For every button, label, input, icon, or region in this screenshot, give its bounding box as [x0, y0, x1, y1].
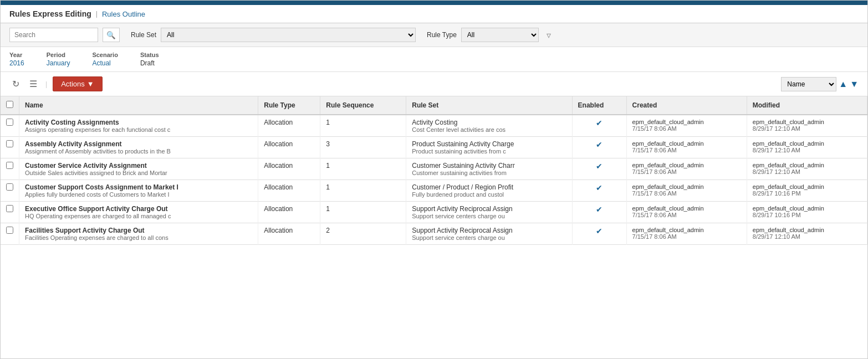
row-created-cell: epm_default_cloud_admin 7/15/17 8:06 AM [626, 223, 747, 245]
row-set-primary: Customer / Product / Region Profit [412, 183, 566, 191]
refresh-button[interactable]: ↻ [9, 77, 22, 91]
row-rule-type: Allocation [258, 202, 320, 223]
row-name[interactable]: Activity Costing Assignments [25, 119, 252, 126]
actions-dropdown-icon: ▼ [87, 80, 94, 88]
row-created-cell: epm_default_cloud_admin 7/15/17 8:06 AM [626, 158, 747, 180]
row-created-secondary: 7/15/17 8:06 AM [632, 147, 741, 153]
enabled-check-icon: ✔ [596, 227, 603, 235]
th-rule-sequence: Rule Sequence [320, 96, 406, 115]
th-enabled: Enabled [572, 96, 626, 115]
page-title: Rules Express Editing [9, 9, 91, 18]
row-modified-primary: epm_default_cloud_admin [753, 205, 861, 212]
row-created-primary: epm_default_cloud_admin [632, 205, 741, 212]
search-button[interactable]: 🔍 [103, 28, 120, 42]
rule-type-select[interactable]: All [461, 28, 539, 42]
row-created-cell: epm_default_cloud_admin 7/15/17 8:06 AM [626, 115, 747, 137]
filter-icon[interactable]: ▿ [547, 30, 551, 40]
row-modified-cell: epm_default_cloud_admin 8/29/17 12:10 AM [747, 115, 867, 137]
sort-area: Name ▲ ▼ [781, 77, 859, 91]
row-set-secondary: Customer sustaining activities from [412, 170, 534, 176]
row-enabled: ✔ [572, 115, 626, 137]
table-row: Customer Service Activity Assignment Out… [1, 158, 867, 180]
columns-button[interactable]: ☰ [27, 77, 40, 91]
search-input[interactable] [9, 28, 98, 42]
row-created-primary: epm_default_cloud_admin [632, 183, 741, 190]
header-bar: Rules Express Editing | Rules Outline [1, 5, 867, 23]
row-created-primary: epm_default_cloud_admin [632, 140, 741, 147]
table-row: Activity Costing Assignments Assigns ope… [1, 115, 867, 137]
period-value[interactable]: January [47, 59, 70, 67]
row-checkbox[interactable] [6, 140, 13, 147]
row-rule-type: Allocation [258, 223, 320, 245]
row-rule-set-cell: Support Activity Reciprocal Assign Suppo… [406, 202, 572, 223]
rule-set-select[interactable]: All [161, 28, 416, 42]
row-name[interactable]: Assembly Activity Assignment [25, 140, 252, 148]
row-name[interactable]: Customer Support Costs Assignment to Mar… [25, 183, 252, 191]
row-enabled: ✔ [572, 137, 626, 158]
row-name[interactable]: Customer Service Activity Assignment [25, 162, 252, 170]
row-modified-secondary: 8/29/17 12:10 AM [753, 168, 861, 175]
row-rule-set-cell: Customer Sustaining Activity Charг Custo… [406, 158, 572, 180]
row-set-primary: Product Sustaining Activity Charge [412, 140, 566, 148]
row-modified-cell: epm_default_cloud_admin 8/29/17 10:16 PM [747, 180, 867, 202]
rules-table: Name Rule Type Rule Sequence Rule Set En… [1, 96, 867, 245]
row-set-secondary: Cost Center level activities are cos [412, 126, 534, 133]
actions-label: Actions [61, 80, 85, 88]
actions-button[interactable]: Actions ▼ [53, 76, 103, 91]
row-modified-cell: epm_default_cloud_admin 8/29/17 12:10 AM [747, 223, 867, 245]
row-rule-set-cell: Activity Costing Cost Center level activ… [406, 115, 572, 137]
th-checkbox [1, 96, 19, 115]
row-desc: Outside Sales activities assigned to Bri… [25, 170, 180, 176]
table-container: Name Rule Type Rule Sequence Rule Set En… [1, 96, 867, 345]
row-name-cell: Assembly Activity Assignment Assignment … [19, 137, 258, 158]
row-created-secondary: 7/15/17 8:06 AM [632, 233, 741, 240]
enabled-check-icon: ✔ [596, 183, 603, 192]
row-modified-secondary: 8/29/17 10:16 PM [753, 212, 861, 218]
row-name[interactable]: Executive Office Support Activity Charge… [25, 205, 252, 213]
th-name: Name [19, 96, 258, 115]
sort-desc-icon[interactable]: ▼ [850, 79, 859, 89]
row-enabled: ✔ [572, 180, 626, 202]
table-row: Facilities Support Activity Charge Out F… [1, 223, 867, 245]
row-desc: Assigns operating expenses for each func… [25, 126, 180, 133]
row-desc: Assignment of Assembly activities to pro… [25, 148, 180, 155]
period-label: Period [47, 52, 70, 58]
table-row: Executive Office Support Activity Charge… [1, 202, 867, 223]
info-bar: Year 2016 Period January Scenario Actual… [1, 47, 867, 72]
select-all-checkbox[interactable] [6, 101, 13, 108]
status-value: Draft [140, 59, 159, 67]
row-checkbox[interactable] [6, 162, 13, 169]
row-modified-cell: epm_default_cloud_admin 8/29/17 12:10 AM [747, 137, 867, 158]
row-checkbox-cell [1, 115, 19, 137]
row-checkbox-cell [1, 202, 19, 223]
row-modified-secondary: 8/29/17 12:10 AM [753, 125, 861, 132]
row-created-secondary: 7/15/17 8:06 AM [632, 168, 741, 175]
row-checkbox[interactable] [6, 205, 13, 212]
th-created: Created [626, 96, 747, 115]
scenario-value[interactable]: Actual [92, 59, 118, 67]
row-created-cell: epm_default_cloud_admin 7/15/17 8:06 AM [626, 202, 747, 223]
header-separator: | [96, 10, 98, 18]
row-name[interactable]: Facilities Support Activity Charge Out [25, 227, 252, 234]
row-enabled: ✔ [572, 223, 626, 245]
sort-asc-icon[interactable]: ▲ [839, 79, 847, 89]
row-rule-set-cell: Product Sustaining Activity Charge Produ… [406, 137, 572, 158]
row-enabled: ✔ [572, 158, 626, 180]
status-label: Status [140, 52, 159, 58]
year-value[interactable]: 2016 [9, 59, 24, 67]
row-rule-seq: 1 [320, 115, 406, 137]
row-created-cell: epm_default_cloud_admin 7/15/17 8:06 AM [626, 180, 747, 202]
row-checkbox[interactable] [6, 227, 13, 234]
row-modified-secondary: 8/29/17 12:10 AM [753, 233, 861, 240]
table-header-row: Name Rule Type Rule Sequence Rule Set En… [1, 96, 867, 115]
row-name-cell: Executive Office Support Activity Charge… [19, 202, 258, 223]
row-rule-seq: 1 [320, 158, 406, 180]
rules-outline-link[interactable]: Rules Outline [102, 10, 145, 18]
sort-select[interactable]: Name [781, 77, 836, 91]
row-rule-set-cell: Support Activity Reciprocal Assign Suppo… [406, 223, 572, 245]
row-modified-primary: epm_default_cloud_admin [753, 227, 861, 233]
row-name-cell: Customer Service Activity Assignment Out… [19, 158, 258, 180]
th-rule-set: Rule Set [406, 96, 572, 115]
row-checkbox[interactable] [6, 183, 13, 191]
row-checkbox[interactable] [6, 119, 13, 126]
